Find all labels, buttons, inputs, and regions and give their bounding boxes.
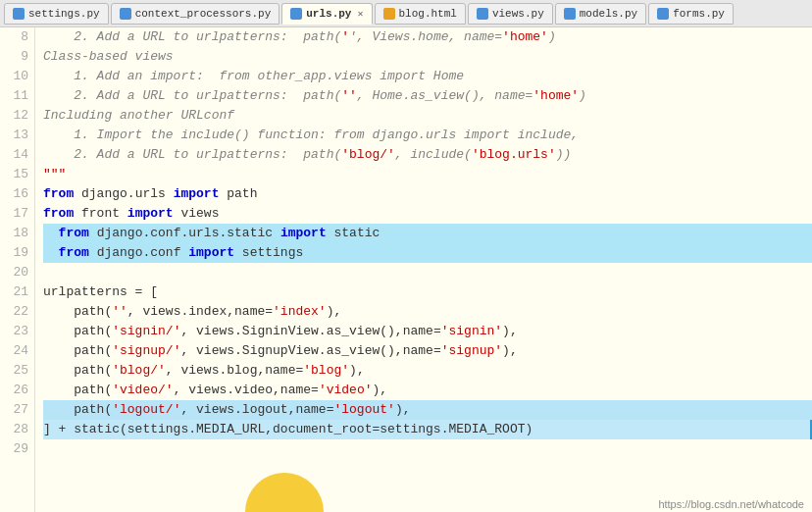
line-num-12: 12 — [0, 106, 28, 126]
code-line-24: path('signup/', views.SignupView.as_view… — [43, 341, 812, 361]
code-line-19: from django.conf import settings — [43, 243, 812, 263]
tab-blog[interactable]: blog.html — [375, 3, 466, 25]
line-num-20: 20 — [0, 263, 28, 282]
tab-label-blog: blog.html — [399, 8, 457, 20]
code-line-17: from front import views — [43, 204, 812, 224]
line-num-27: 27 — [0, 400, 28, 420]
code-line-28: ] + static(settings.MEDIA_URL,document_r… — [43, 420, 812, 439]
line-num-8: 8 — [0, 27, 28, 47]
tab-label-models: models.py — [580, 8, 637, 20]
watermark: https://blog.csdn.net/whatcode — [658, 498, 804, 510]
line-num-18: 18 — [0, 224, 28, 243]
line-num-11: 11 — [0, 86, 28, 106]
code-line-11: 2. Add a URL to urlpatterns: path('', Ho… — [43, 86, 812, 106]
line-num-16: 16 — [0, 184, 28, 204]
line-num-17: 17 — [0, 204, 28, 224]
tab-label-views: views.py — [492, 8, 544, 20]
code-line-27: path('logout/', views.logout,name='logou… — [43, 400, 812, 420]
line-num-10: 10 — [0, 67, 28, 86]
tab-label-forms: forms.py — [673, 8, 725, 20]
code-content[interactable]: 2. Add a URL to urlpatterns: path('', Vi… — [35, 27, 812, 512]
tab-settings[interactable]: settings.py — [4, 3, 109, 25]
tab-label-context: context_processors.py — [135, 8, 272, 20]
tab-models[interactable]: models.py — [555, 3, 646, 25]
code-line-25: path('blog/', views.blog,name='blog'), — [43, 361, 812, 381]
code-line-9: Class-based views — [43, 47, 812, 67]
line-num-22: 22 — [0, 302, 28, 322]
code-line-12: Including another URLconf — [43, 106, 812, 126]
line-num-23: 23 — [0, 322, 28, 341]
tab-bar: settings.py context_processors.py urls.p… — [0, 0, 812, 27]
code-line-8: 2. Add a URL to urlpatterns: path('', Vi… — [43, 27, 812, 47]
tab-views[interactable]: views.py — [468, 3, 553, 25]
code-line-20 — [43, 263, 812, 282]
line-num-25: 25 — [0, 361, 28, 381]
code-line-16: from django.urls import path — [43, 184, 812, 204]
code-line-29 — [43, 439, 812, 459]
line-num-19: 19 — [0, 243, 28, 263]
code-line-18: from django.conf.urls.static import stat… — [43, 224, 812, 243]
tab-icon-models — [564, 8, 576, 20]
line-num-24: 24 — [0, 341, 28, 361]
tab-icon-context — [120, 8, 131, 20]
tab-icon-blog — [383, 8, 395, 20]
tab-label-urls: urls.py — [306, 8, 351, 20]
line-num-28: 28 — [0, 420, 28, 439]
tab-label-settings: settings.py — [28, 8, 100, 20]
line-numbers: 8 9 10 11 12 13 14 15 16 17 18 19 20 21 … — [0, 27, 35, 512]
tab-urls[interactable]: urls.py ✕ — [281, 3, 372, 25]
tab-icon-urls — [290, 8, 302, 20]
line-num-14: 14 — [0, 145, 28, 165]
code-line-14: 2. Add a URL to urlpatterns: path('blog/… — [43, 145, 812, 165]
tab-forms[interactable]: forms.py — [648, 3, 734, 25]
code-line-26: path('video/', views.video,name='video')… — [43, 381, 812, 400]
code-line-15: """ — [43, 165, 812, 184]
code-line-10: 1. Add an import: from other_app.views i… — [43, 67, 812, 86]
line-num-26: 26 — [0, 381, 28, 400]
tab-icon-forms — [657, 8, 669, 20]
code-area: 8 9 10 11 12 13 14 15 16 17 18 19 20 21 … — [0, 27, 812, 512]
line-num-15: 15 — [0, 165, 28, 184]
line-num-13: 13 — [0, 126, 28, 145]
tab-icon-views — [477, 8, 488, 20]
code-line-22: path('', views.index,name='index'), — [43, 302, 812, 322]
line-num-21: 21 — [0, 282, 28, 302]
code-line-13: 1. Import the include() function: from d… — [43, 126, 812, 145]
tab-context[interactable]: context_processors.py — [111, 3, 280, 25]
code-line-21: urlpatterns = [ — [43, 282, 812, 302]
line-num-29: 29 — [0, 439, 28, 459]
tab-close-urls[interactable]: ✕ — [357, 8, 363, 20]
tab-icon-settings — [13, 8, 25, 20]
line-num-9: 9 — [0, 47, 28, 67]
code-line-23: path('signin/', views.SigninView.as_view… — [43, 322, 812, 341]
